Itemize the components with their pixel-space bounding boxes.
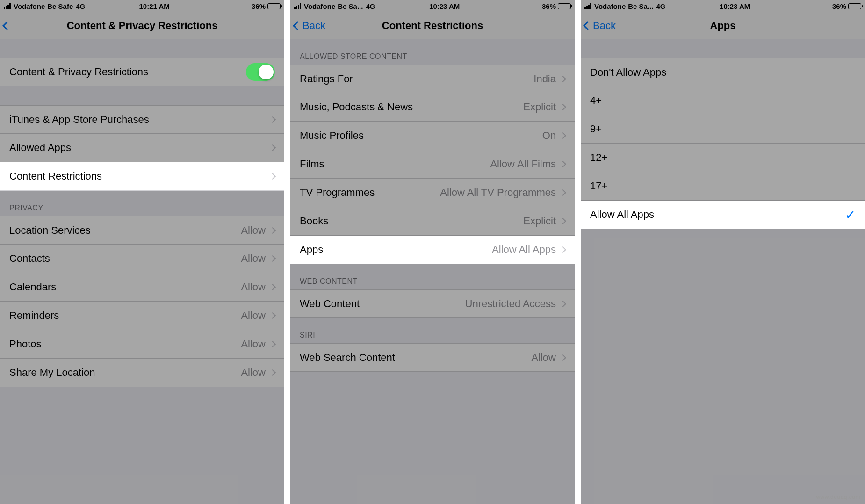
row-value: On [542, 130, 556, 142]
battery-percent: 36% [252, 2, 266, 10]
row-label: 4+ [590, 94, 856, 107]
store-row[interactable]: Music ProfilesOn [290, 122, 575, 150]
row-value: Unrestricted Access [465, 298, 556, 310]
row-label: Allowed Apps [9, 142, 270, 154]
store-row[interactable]: TV ProgrammesAllow All TV Programmes [290, 179, 575, 207]
row-value: Allow [241, 252, 266, 265]
row-value: Allow [241, 224, 266, 237]
back-button[interactable]: Back [584, 20, 616, 32]
apps-row[interactable]: Allow All Apps✓ [581, 201, 865, 229]
apps-row[interactable]: 17+ [581, 172, 865, 201]
privacy-row[interactable]: Location ServicesAllow [0, 216, 284, 245]
chevron-right-icon [560, 161, 566, 167]
store-row[interactable]: Music, Podcasts & NewsExplicit [290, 93, 575, 122]
row-label: Ratings For [300, 73, 533, 85]
chevron-right-icon [269, 116, 276, 122]
chevron-right-icon [560, 218, 566, 224]
apps-row[interactable]: 9+ [581, 115, 865, 144]
status-bar: Vodafone-Be Sa... 4G 10:23 AM 36% [290, 0, 575, 12]
chevron-right-icon [269, 227, 276, 233]
chevron-right-icon [269, 173, 276, 180]
row-label: Contacts [9, 252, 241, 265]
nav-bar: Back Content Restrictions [290, 12, 575, 39]
row-label: Music Profiles [300, 130, 542, 142]
back-label: Back [303, 20, 325, 32]
clock-label: 10:21 AM [57, 2, 252, 10]
row-value: Allow [241, 367, 266, 379]
status-bar: Vodafone-Be Sa... 4G 10:23 AM 36% [581, 0, 865, 12]
privacy-row[interactable]: ContactsAllow [0, 245, 284, 273]
row-label: TV Programmes [300, 187, 440, 199]
privacy-row[interactable]: RemindersAllow [0, 302, 284, 330]
battery-icon [267, 3, 281, 9]
clock-label: 10:23 AM [347, 2, 542, 10]
row-value: Allow [241, 310, 266, 322]
row-value: Explicit [523, 101, 556, 113]
row-label: Apps [300, 244, 492, 256]
store-row[interactable]: FilmsAllow All Films [290, 150, 575, 179]
chevron-right-icon [560, 189, 566, 196]
chevron-right-icon [269, 255, 276, 262]
apps-row[interactable]: Don't Allow Apps [581, 58, 865, 86]
back-button[interactable]: Back [294, 20, 325, 32]
battery-percent: 36% [832, 2, 846, 10]
row-label: 17+ [590, 180, 856, 192]
privacy-row[interactable]: CalendarsAllow [0, 273, 284, 302]
chevron-right-icon [560, 354, 566, 360]
status-bar: Vodafone-Be Safe 4G 10:21 AM 36% [0, 0, 284, 12]
chevron-right-icon [269, 341, 276, 347]
row-value: Allow All Apps [492, 244, 556, 256]
section-header-store: ALLOWED STORE CONTENT [290, 39, 575, 65]
siri-row[interactable]: Web Search ContentAllow [290, 343, 575, 372]
row-label: Content Restrictions [9, 170, 270, 182]
row-value: Explicit [523, 215, 556, 227]
row-value: Allow [241, 281, 266, 293]
row-label: Location Services [9, 224, 241, 237]
back-button[interactable] [4, 22, 11, 29]
row-label: Films [300, 158, 490, 170]
row-value: India [533, 73, 556, 85]
row-label: Web Content [300, 298, 465, 310]
store-row[interactable]: Ratings ForIndia [290, 65, 575, 93]
chevron-right-icon [269, 144, 276, 151]
row-value: Allow [531, 352, 556, 364]
row-label: 12+ [590, 151, 856, 164]
privacy-row[interactable]: PhotosAllow [0, 330, 284, 359]
page-title: Content & Privacy Restrictions [4, 20, 281, 32]
row-label: Photos [9, 338, 241, 350]
privacy-row[interactable]: Share My LocationAllow [0, 359, 284, 387]
store-row[interactable]: BooksExplicit [290, 207, 575, 236]
chevron-right-icon [560, 246, 566, 253]
chevron-left-icon [2, 21, 12, 30]
toggle-switch[interactable] [246, 63, 275, 81]
signal-bars-icon [584, 3, 591, 9]
row-label: Web Search Content [300, 352, 531, 364]
apps-row[interactable]: 12+ [581, 144, 865, 172]
toggle-row-restrictions[interactable]: Content & Privacy Restrictions [0, 58, 284, 86]
settings-row[interactable]: Content Restrictions [0, 162, 284, 191]
chevron-right-icon [560, 300, 566, 307]
row-label: Allow All Apps [590, 209, 845, 221]
row-value: Allow All Films [490, 158, 556, 170]
page-title: Content Restrictions [294, 20, 571, 32]
chevron-right-icon [269, 312, 276, 319]
row-label: iTunes & App Store Purchases [9, 114, 270, 126]
chevron-right-icon [560, 75, 566, 82]
section-header-siri: SIRI [290, 318, 575, 343]
settings-row[interactable]: iTunes & App Store Purchases [0, 105, 284, 134]
checkmark-icon: ✓ [845, 207, 856, 223]
battery-percent: 36% [542, 2, 556, 10]
watermark: www.deuaq.com [816, 494, 860, 500]
back-label: Back [593, 20, 616, 32]
nav-bar: Back Apps [581, 12, 865, 39]
chevron-left-icon [293, 21, 302, 30]
apps-row[interactable]: 4+ [581, 86, 865, 115]
settings-row[interactable]: Allowed Apps [0, 134, 284, 162]
store-row[interactable]: AppsAllow All Apps [290, 236, 575, 264]
nav-bar: Content & Privacy Restrictions [0, 12, 284, 39]
web-row[interactable]: Web ContentUnrestricted Access [290, 289, 575, 318]
row-label: Reminders [9, 310, 241, 322]
clock-label: 10:23 AM [637, 2, 832, 10]
row-label: Books [300, 215, 523, 227]
section-header-privacy: PRIVACY [0, 191, 284, 216]
